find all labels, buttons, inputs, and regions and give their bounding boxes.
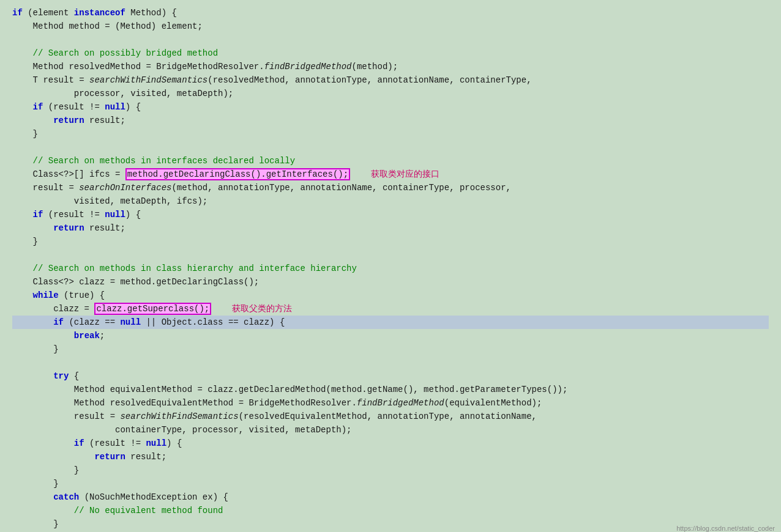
code-line: } bbox=[12, 342, 769, 356]
code-line: Method resolvedEquivalentMethod = Bridge… bbox=[12, 396, 769, 410]
code-line: processor, visited, metaDepth); bbox=[12, 87, 769, 100]
code-line: // No equivalent method found bbox=[12, 504, 769, 517]
code-line: Class<?> clazz = method.getDeclaringClas… bbox=[12, 275, 769, 289]
code-line: Method method = (Method) element; bbox=[12, 20, 769, 33]
code-line bbox=[12, 33, 769, 46]
code-line: } bbox=[12, 517, 769, 531]
code-line: } bbox=[12, 235, 769, 248]
annotation-interfaces: 获取类对应的接口 bbox=[371, 169, 439, 179]
code-line: try { bbox=[12, 369, 769, 383]
code-line bbox=[12, 248, 769, 262]
code-line: if (result != null) { bbox=[12, 100, 769, 114]
code-line: } bbox=[12, 127, 769, 141]
code-line: if (result != null) { bbox=[12, 437, 769, 450]
code-line: if (element instanceof Method) { bbox=[12, 6, 769, 20]
highlight-getsuperclass: clazz.getSuperclass(); bbox=[94, 303, 211, 315]
code-line: Class<?>[] ifcs = method.getDeclaringCla… bbox=[12, 168, 769, 181]
code-line: } bbox=[12, 477, 769, 490]
code-line: break; bbox=[12, 329, 769, 342]
code-line-highlighted: if (clazz == null || Object.class == cla… bbox=[12, 316, 769, 329]
code-container: if (element instanceof Method) { Method … bbox=[0, 0, 781, 532]
code-line: T result = searchWithFindSemantics(resol… bbox=[12, 73, 769, 87]
code-line: if (result != null) { bbox=[12, 208, 769, 221]
annotation-superclass: 获取父类的方法 bbox=[232, 304, 292, 313]
code-line: // Search on methods in interfaces decla… bbox=[12, 154, 769, 168]
code-line: return result; bbox=[12, 114, 769, 127]
code-line: result = searchOnInterfaces(method, anno… bbox=[12, 181, 769, 194]
code-line: return result; bbox=[12, 221, 769, 235]
code-line: } bbox=[12, 464, 769, 477]
code-line: catch (NoSuchMethodException ex) { bbox=[12, 490, 769, 504]
code-line: visited, metaDepth, ifcs); bbox=[12, 194, 769, 208]
code-line: clazz = clazz.getSuperclass(); 获取父类的方法 bbox=[12, 302, 769, 316]
code-line: result = searchWithFindSemantics(resolve… bbox=[12, 410, 769, 423]
code-line: // Search on possibly bridged method bbox=[12, 46, 769, 60]
watermark: https://blog.csdn.net/static_coder bbox=[676, 525, 775, 532]
code-line: Method resolvedMethod = BridgeMethodReso… bbox=[12, 60, 769, 73]
code-line: Method equivalentMethod = clazz.getDecla… bbox=[12, 383, 769, 396]
code-line: containerType, processor, visited, metaD… bbox=[12, 423, 769, 437]
highlight-getdeclaringclass-getinterfaces: method.getDeclaringClass().getInterfaces… bbox=[125, 168, 350, 180]
code-line bbox=[12, 356, 769, 369]
code-line: return result; bbox=[12, 450, 769, 464]
code-line: // Search on methods in class hierarchy … bbox=[12, 262, 769, 275]
code-line: while (true) { bbox=[12, 289, 769, 302]
code-line bbox=[12, 141, 769, 154]
